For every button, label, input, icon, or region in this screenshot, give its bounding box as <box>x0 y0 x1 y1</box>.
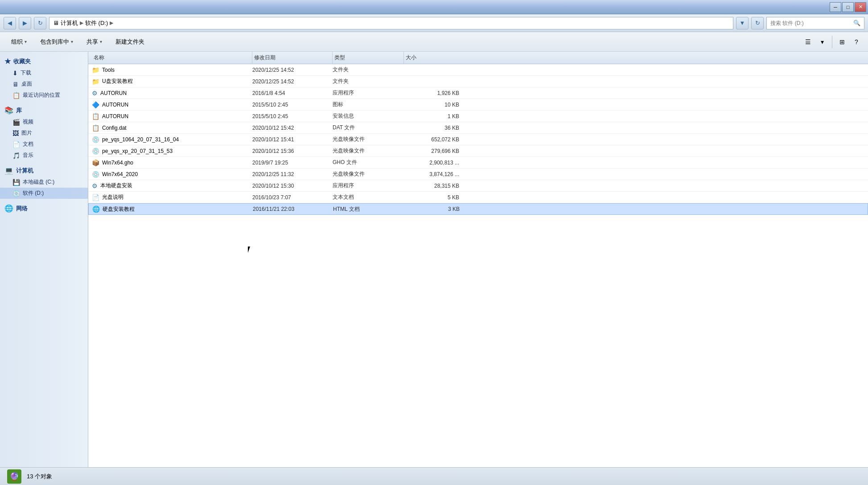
file-size-5: 36 KB <box>404 125 466 131</box>
file-date-0: 2020/12/25 14:52 <box>252 67 333 73</box>
file-name-text-9: Win7x64_2020 <box>102 171 138 177</box>
col-header-date[interactable]: 修改日期 <box>252 52 333 64</box>
col-header-name[interactable]: 名称 <box>92 52 252 64</box>
file-size-4: 1 KB <box>404 113 466 119</box>
sidebar-item-recent[interactable]: 📋 最近访问的位置 <box>0 90 88 101</box>
sidebar-item-video[interactable]: 🎬 视频 <box>0 116 88 127</box>
view-tiles-button[interactable]: ⊞ <box>836 36 848 48</box>
breadcrumb[interactable]: 🖥 计算机 ▶ 软件 (D:) ▶ <box>49 17 733 29</box>
sidebar-item-download[interactable]: ⬇ 下载 <box>0 67 88 78</box>
file-name-text-0: Tools <box>102 67 115 73</box>
col-header-size[interactable]: 大小 <box>404 52 466 64</box>
breadcrumb-drive[interactable]: 软件 (D:) <box>85 19 108 27</box>
table-row[interactable]: 🔷 AUTORUN 2015/5/10 2:45 图标 10 KB <box>88 99 868 111</box>
file-name-2: ⚙ AUTORUN <box>92 90 252 97</box>
column-headers: 名称 修改日期 类型 大小 <box>88 52 868 64</box>
breadcrumb-computer[interactable]: 计算机 <box>61 19 78 27</box>
file-name-12: 🌐 硬盘安装教程 <box>92 206 253 213</box>
forward-button[interactable]: ▶ <box>19 17 31 29</box>
breadcrumb-arrow[interactable]: ▶ <box>110 20 113 26</box>
file-name-4: 📋 AUTORUN <box>92 113 252 120</box>
file-name-7: 💿 pe_yqs_xp_20_07_31_15_53 <box>92 148 252 155</box>
file-name-0: 📁 Tools <box>92 66 252 74</box>
pictures-label: 图片 <box>21 129 32 137</box>
include-button[interactable]: 包含到库中 ▾ <box>34 34 79 49</box>
file-size-9: 3,874,126 ... <box>404 171 466 177</box>
file-size-12: 3 KB <box>404 206 467 212</box>
computer-label: 计算机 <box>16 167 33 175</box>
file-type-6: 光盘映像文件 <box>333 136 404 143</box>
organize-button[interactable]: 组织 ▾ <box>5 34 33 49</box>
desktop-label: 桌面 <box>21 80 32 88</box>
close-button[interactable]: ✕ <box>855 2 866 12</box>
file-icon-11: 📄 <box>92 194 99 201</box>
file-name-9: 💿 Win7x64_2020 <box>92 171 252 178</box>
maximize-button[interactable]: □ <box>842 2 854 12</box>
refresh-button[interactable]: ↻ <box>34 17 46 29</box>
titlebar-buttons: ─ □ ✕ <box>830 2 866 12</box>
table-row[interactable]: 💿 pe_yqs_1064_20_07_31_16_04 2020/10/12 … <box>88 134 868 145</box>
file-area: 名称 修改日期 类型 大小 📁 Tools 2020/12/25 14:52 文… <box>88 52 868 467</box>
new-folder-button[interactable]: 新建文件夹 <box>110 34 150 49</box>
file-date-10: 2020/10/12 15:30 <box>252 183 333 189</box>
back-button[interactable]: ◀ <box>4 17 16 29</box>
file-type-1: 文件夹 <box>333 78 404 85</box>
table-row[interactable]: 🌐 硬盘安装教程 2016/11/21 22:03 HTML 文档 3 KB <box>88 203 868 215</box>
sidebar-item-desktop[interactable]: 🖥 桌面 <box>0 78 88 90</box>
sidebar-item-pictures[interactable]: 🖼 图片 <box>0 127 88 139</box>
download-icon: ⬇ <box>12 70 18 77</box>
file-type-3: 图标 <box>333 101 404 108</box>
table-row[interactable]: 📄 光盘说明 2016/10/23 7:07 文本文档 5 KB <box>88 192 868 203</box>
search-input[interactable] <box>770 20 852 26</box>
table-row[interactable]: 📦 Win7x64.gho 2019/9/7 19:25 GHO 文件 2,90… <box>88 157 868 169</box>
search-icon[interactable]: 🔍 <box>853 20 860 26</box>
sidebar-item-c-drive[interactable]: 💾 本地磁盘 (C:) <box>0 177 88 188</box>
col-header-type[interactable]: 类型 <box>333 52 404 64</box>
file-icon-7: 💿 <box>92 148 99 155</box>
pictures-icon: 🖼 <box>12 130 19 137</box>
c-drive-label: 本地磁盘 (C:) <box>23 178 54 186</box>
main-area: ★ 收藏夹 ⬇ 下载 🖥 桌面 📋 最近访问的位置 📚 库 🎬 <box>0 52 868 467</box>
sidebar-item-documents[interactable]: 📄 文档 <box>0 139 88 150</box>
file-icon-8: 📦 <box>92 159 99 166</box>
titlebar: ─ □ ✕ <box>0 0 868 14</box>
file-date-11: 2016/10/23 7:07 <box>252 194 333 201</box>
view-arrow-button[interactable]: ▾ <box>816 36 828 48</box>
file-icon-1: 📁 <box>92 78 99 85</box>
table-row[interactable]: 💿 pe_yqs_xp_20_07_31_15_53 2020/10/12 15… <box>88 145 868 157</box>
file-type-4: 安装信息 <box>333 112 404 120</box>
file-name-text-10: 本地硬盘安装 <box>100 182 132 189</box>
file-name-text-3: AUTORUN <box>102 102 128 108</box>
table-row[interactable]: 📋 AUTORUN 2015/5/10 2:45 安装信息 1 KB <box>88 111 868 122</box>
table-row[interactable]: 💿 Win7x64_2020 2020/12/25 11:32 光盘映像文件 3… <box>88 169 868 180</box>
address-refresh-button[interactable]: ↻ <box>751 17 764 29</box>
file-size-6: 652,072 KB <box>404 136 466 143</box>
sidebar-item-d-drive[interactable]: 💿 软件 (D:) <box>0 188 88 199</box>
dropdown-button[interactable]: ▼ <box>736 17 749 29</box>
table-row[interactable]: 📁 U盘安装教程 2020/12/25 14:52 文件夹 <box>88 76 868 87</box>
sidebar-header-favorites: ★ 收藏夹 <box>0 55 88 67</box>
table-row[interactable]: ⚙ 本地硬盘安装 2020/10/12 15:30 应用程序 28,315 KB <box>88 180 868 192</box>
table-row[interactable]: ⚙ AUTORUN 2016/1/8 4:54 应用程序 1,926 KB <box>88 87 868 99</box>
file-name-1: 📁 U盘安装教程 <box>92 78 252 85</box>
library-icon: 📚 <box>4 106 13 115</box>
include-label: 包含到库中 <box>40 38 69 46</box>
file-name-3: 🔷 AUTORUN <box>92 101 252 108</box>
minimize-button[interactable]: ─ <box>830 2 841 12</box>
video-label: 视频 <box>23 118 33 126</box>
help-button[interactable]: ? <box>850 36 863 48</box>
statusbar: 🔮 13 个对象 <box>0 467 868 485</box>
video-icon: 🎬 <box>12 119 20 126</box>
share-button[interactable]: 共享 ▾ <box>81 34 108 49</box>
table-row[interactable]: 📁 Tools 2020/12/25 14:52 文件夹 <box>88 64 868 76</box>
favorites-icon: ★ <box>4 57 11 66</box>
table-row[interactable]: 📋 Config.dat 2020/10/12 15:42 DAT 文件 36 … <box>88 122 868 134</box>
sidebar-section-computer: 💻 计算机 💾 本地磁盘 (C:) 💿 软件 (D:) <box>0 164 88 199</box>
file-icon-0: 📁 <box>92 66 99 74</box>
file-date-3: 2015/5/10 2:45 <box>252 102 333 108</box>
file-name-5: 📋 Config.dat <box>92 124 252 132</box>
status-icon: 🔮 <box>7 469 21 484</box>
file-date-4: 2015/5/10 2:45 <box>252 113 333 119</box>
view-list-button[interactable]: ☰ <box>802 36 814 48</box>
sidebar-item-music[interactable]: 🎵 音乐 <box>0 150 88 161</box>
